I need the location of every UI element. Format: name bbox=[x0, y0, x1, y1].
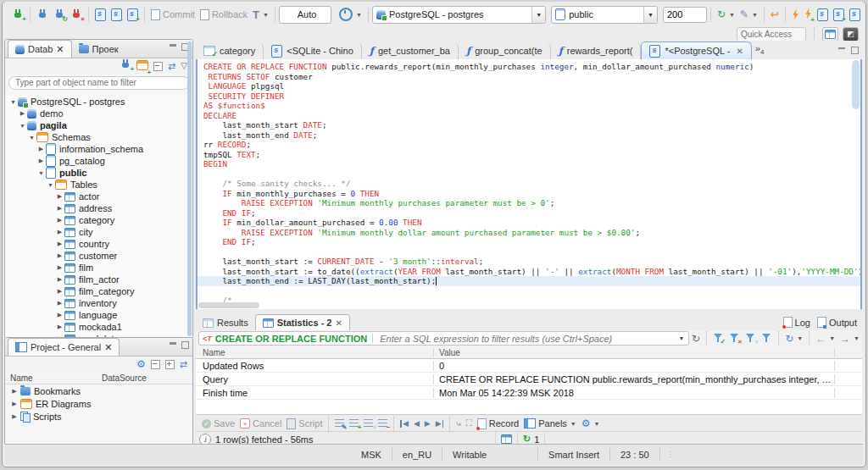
collapse-all-button[interactable] bbox=[153, 62, 163, 71]
tree-item-address[interactable]: ▶address bbox=[5, 202, 192, 214]
column-header-value[interactable]: Value bbox=[434, 348, 835, 357]
add-row-button[interactable]: + bbox=[347, 414, 361, 433]
maximize-icon[interactable] bbox=[181, 341, 189, 349]
reconnect-button[interactable]: ↻ bbox=[51, 5, 68, 24]
new-sql-script-button[interactable]: + bbox=[125, 5, 141, 24]
maximize-icon[interactable] bbox=[850, 47, 859, 54]
output-button[interactable]: Output bbox=[817, 317, 857, 328]
quick-access-input[interactable] bbox=[737, 27, 806, 41]
code-line-6[interactable]: DECLARE bbox=[203, 111, 849, 121]
sql-editor[interactable]: CREATE OR REPLACE FUNCTION public.reward… bbox=[196, 59, 862, 311]
code-line-20[interactable] bbox=[203, 247, 849, 257]
prev-row-button[interactable]: ◀ bbox=[411, 414, 422, 433]
code-line-21[interactable]: last_month_start := CURRENT_DATE - '3 mo… bbox=[203, 257, 849, 267]
tab-results[interactable]: Results bbox=[196, 315, 255, 330]
expand-arrow-icon[interactable]: ▼ bbox=[46, 182, 55, 188]
tree-item-film-actor[interactable]: ▶film_actor bbox=[5, 274, 192, 285]
script-button[interactable]: Script bbox=[284, 414, 325, 433]
code-line-23[interactable]: last_month_end := LAST_DAY(last_month_st… bbox=[198, 276, 860, 286]
tree-item-demo[interactable]: ▶demo bbox=[5, 108, 192, 119]
project-item-scripts[interactable]: ▶Scripts bbox=[5, 410, 192, 423]
save-button[interactable]: ✓Save bbox=[199, 414, 237, 433]
rollback-button[interactable]: Rollback bbox=[198, 5, 250, 24]
close-icon[interactable]: ✕ bbox=[56, 44, 64, 55]
grid-row-updated-rows[interactable]: Updated Rows0 bbox=[196, 359, 862, 373]
tree-item-country[interactable]: ▶country bbox=[5, 238, 192, 250]
tree-item-inventory[interactable]: ▶inventory bbox=[5, 297, 192, 309]
editor-tab-rewards-report[interactable]: ƒrewards_report( bbox=[551, 42, 642, 59]
code-line-3[interactable]: LANGUAGE plpgsql bbox=[203, 81, 849, 91]
minimize-icon[interactable] bbox=[169, 43, 177, 51]
fetch-size-input[interactable] bbox=[663, 7, 707, 23]
expand-arrow-icon[interactable]: ▶ bbox=[55, 252, 64, 259]
close-icon[interactable]: ✕ bbox=[736, 47, 743, 56]
column-name[interactable]: Name bbox=[5, 373, 102, 383]
expand-arrow-icon[interactable]: ▶ bbox=[18, 110, 27, 117]
tree-item-city[interactable]: ▶city bbox=[5, 226, 192, 238]
code-line-1[interactable]: CREATE OR REPLACE FUNCTION public.reward… bbox=[203, 62, 849, 72]
object-filter-input[interactable] bbox=[8, 76, 190, 90]
expand-arrow-icon[interactable]: ▶ bbox=[55, 205, 64, 212]
fetch-next-page-button[interactable]: →▼ bbox=[837, 329, 862, 348]
connect-button[interactable]: + bbox=[9, 5, 26, 24]
code-line-17[interactable]: IF min_dollar_amount_purchased = 0.00 TH… bbox=[203, 218, 849, 228]
tab-database-navigator[interactable]: Datab ✕ bbox=[8, 40, 72, 58]
editor-tab-sqlite-chino[interactable]: <SQLite - Chino bbox=[264, 42, 362, 59]
tree-item-public[interactable]: ▼public bbox=[5, 167, 192, 179]
minimize-icon[interactable] bbox=[837, 47, 846, 54]
filter-remove-button[interactable]: × bbox=[726, 329, 743, 348]
expand-arrow-icon[interactable]: ▶ bbox=[5, 401, 20, 407]
column-header-name[interactable]: Name bbox=[196, 348, 434, 357]
code-line-9[interactable]: rr RECORD; bbox=[203, 140, 849, 150]
tree-item-film-category[interactable]: ▶film_category bbox=[5, 285, 192, 297]
expand-arrow-icon[interactable]: ▼ bbox=[8, 99, 18, 105]
filters-menu-button[interactable] bbox=[759, 329, 775, 348]
next-row-button[interactable]: ▶ bbox=[422, 414, 433, 433]
connection-selector[interactable]: PostgreSQL - postgres ▼ bbox=[372, 6, 546, 24]
zoom-value-button[interactable]: ⛶ bbox=[464, 414, 475, 433]
panels-button[interactable]: Panels▼ bbox=[521, 414, 579, 433]
code-line-19[interactable]: END IF; bbox=[203, 237, 849, 247]
tree-item-postgresql-postgres[interactable]: ▼PostgreSQL - postgres bbox=[5, 96, 192, 108]
commit-button[interactable]: Commit bbox=[148, 5, 198, 24]
expand-arrow-icon[interactable]: ▶ bbox=[55, 241, 64, 247]
link-with-editor-button[interactable]: ⇄ bbox=[168, 62, 175, 71]
transaction-mode-button[interactable]: T▼ bbox=[250, 5, 271, 24]
tree-item-customer[interactable]: ▶customer bbox=[5, 250, 192, 262]
expand-arrow-icon[interactable]: ▶ bbox=[36, 146, 46, 152]
editor-vertical-scrollbar[interactable] bbox=[852, 60, 860, 109]
transaction-log-button[interactable]: ▼ bbox=[337, 5, 364, 24]
duplicate-row-button[interactable]: ▫ bbox=[361, 414, 376, 433]
tab-projects[interactable]: Проек bbox=[72, 41, 125, 58]
code-line-5[interactable]: AS $function$ bbox=[203, 101, 849, 111]
tree-item-information-schema[interactable]: ▶information_schema bbox=[5, 143, 192, 155]
filter-save-button[interactable]: ✓ bbox=[710, 329, 726, 348]
code-line-11[interactable]: BEGIN bbox=[203, 159, 849, 169]
execute-new-tab-button[interactable]: + bbox=[802, 5, 815, 24]
expand-arrow-icon[interactable]: ▼ bbox=[27, 135, 36, 141]
view-menu-button[interactable]: ▽ bbox=[181, 62, 187, 70]
recent-sql-editor-button[interactable]: → bbox=[108, 5, 125, 24]
tree-item-actor[interactable]: ▶actor bbox=[5, 191, 192, 202]
tree-item-pg-catalog[interactable]: ▶pg_catalog bbox=[5, 155, 192, 167]
code-line-14[interactable]: IF min_monthly_purchases = 0 THEN bbox=[203, 189, 849, 199]
expand-all-button[interactable] bbox=[165, 360, 175, 369]
log-button[interactable]: Log bbox=[783, 317, 810, 328]
code-line-10[interactable]: tmpSQL TEXT; bbox=[203, 150, 849, 160]
code-line-24[interactable] bbox=[203, 286, 849, 296]
expand-arrow-icon[interactable]: ▶ bbox=[55, 288, 64, 295]
expand-arrow-icon[interactable]: ▶ bbox=[55, 229, 64, 235]
code-line-16[interactable]: END IF; bbox=[203, 208, 849, 218]
edit-value-button[interactable]: ✎ bbox=[332, 414, 347, 433]
tree-item-film[interactable]: ▶film bbox=[5, 262, 192, 274]
first-row-button[interactable]: ◀ bbox=[398, 414, 410, 433]
execute-statement-button[interactable] bbox=[789, 5, 802, 24]
navigate-back-button[interactable]: ↩ bbox=[768, 5, 782, 24]
expand-arrow-icon[interactable]: ▶ bbox=[55, 312, 64, 318]
grid-row-finish-time[interactable]: Finish timeMon Mar 05 14:22:39 MSK 2018 bbox=[196, 386, 862, 400]
schema-selector[interactable]: public ▼ bbox=[551, 6, 658, 24]
minimize-icon[interactable] bbox=[169, 341, 177, 349]
filter-custom-button[interactable]: ▫ bbox=[743, 329, 759, 348]
tree-item-category[interactable]: ▶category bbox=[5, 214, 192, 226]
results-filter-input[interactable] bbox=[378, 333, 675, 345]
